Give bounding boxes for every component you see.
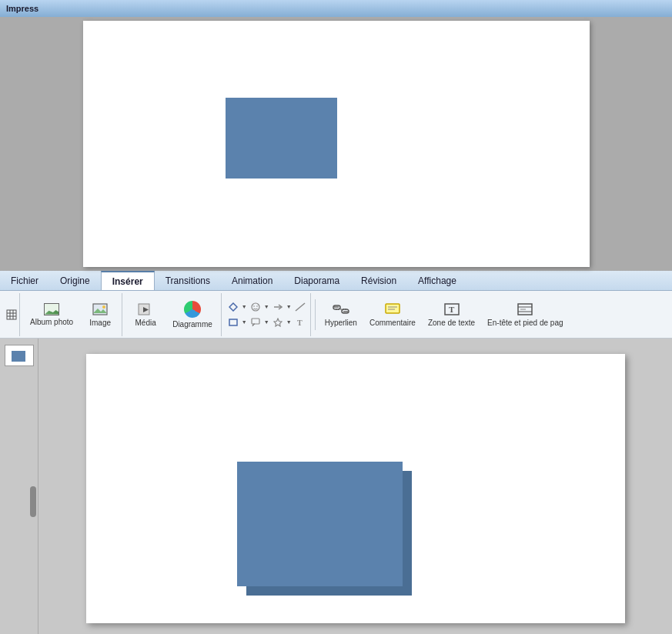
menu-bar: Fichier Origine Insérer Transitions Anim… xyxy=(0,271,672,291)
scroll-indicator[interactable] xyxy=(30,486,36,517)
commentaire-label: Commentaire xyxy=(369,319,416,327)
album-photo-icon xyxy=(44,303,59,315)
album-photo-label: Album photo xyxy=(30,318,73,326)
svg-line-16 xyxy=(296,303,305,311)
en-tete-label: En-tête et pied de pag xyxy=(487,319,563,327)
zone-texte-label: Zone de texte xyxy=(428,319,475,327)
slide-thumbnail-1[interactable] xyxy=(5,345,34,366)
diagramme-icon xyxy=(184,301,201,318)
svg-rect-0 xyxy=(7,310,16,319)
blue-rectangle-main[interactable] xyxy=(237,462,403,586)
hyperlien-label: Hyperlien xyxy=(325,319,357,327)
shape-smiley-dropdown[interactable]: ▼ xyxy=(264,304,269,309)
media-label: Média xyxy=(135,319,156,327)
album-photo-button[interactable]: Album photo xyxy=(25,300,79,329)
shape-rect-dropdown[interactable]: ▼ xyxy=(242,319,247,325)
menu-transitions[interactable]: Transitions xyxy=(155,271,221,290)
image-label: Image xyxy=(89,319,111,327)
commentaire-icon xyxy=(384,302,401,316)
shape-star-dropdown[interactable]: ▼ xyxy=(286,319,292,325)
top-slide-canvas[interactable] xyxy=(83,21,590,267)
menu-diaporama[interactable]: Diaporama xyxy=(283,271,350,290)
blue-rectangle-top[interactable] xyxy=(226,98,337,179)
diamond-shape-button[interactable] xyxy=(226,300,240,314)
toolbar-left-panel xyxy=(3,293,20,336)
toolbar-shapes-section: ▼ ▼ ▼ ▼ xyxy=(223,293,311,336)
shape-callout-dropdown[interactable]: ▼ xyxy=(264,319,269,325)
slides-panel xyxy=(0,339,38,634)
commentaire-button[interactable]: Commentaire xyxy=(364,299,421,330)
media-button[interactable]: Média xyxy=(127,299,164,330)
svg-text:T: T xyxy=(297,319,303,327)
svg-marker-10 xyxy=(229,303,237,311)
app-title: Impress xyxy=(6,4,38,13)
menu-inserer[interactable]: Insérer xyxy=(101,271,155,290)
svg-marker-20 xyxy=(274,319,282,326)
menu-animation[interactable]: Animation xyxy=(221,271,283,290)
menu-revision[interactable]: Révision xyxy=(350,271,407,290)
svg-point-12 xyxy=(253,305,255,307)
slide-thumb-blue-rect xyxy=(12,351,25,362)
menu-affichage[interactable]: Affichage xyxy=(407,271,467,290)
image-button[interactable]: Image xyxy=(82,299,119,330)
en-tete-icon xyxy=(517,302,533,316)
toolbar: Album photo Image Média Diagramme xyxy=(0,291,672,339)
zone-texte-button[interactable]: T Zone de texte xyxy=(423,299,480,330)
arrow-shape-button[interactable] xyxy=(271,300,285,314)
title-bar: Impress xyxy=(0,0,672,17)
diagramme-button[interactable]: Diagramme xyxy=(167,298,218,332)
svg-rect-17 xyxy=(229,319,237,325)
media-icon xyxy=(138,302,153,316)
rect-shape-button[interactable] xyxy=(226,315,240,329)
shape-arrow-dropdown[interactable]: ▼ xyxy=(286,304,292,309)
canvas-area[interactable] xyxy=(38,339,672,634)
top-slide-area xyxy=(0,17,672,271)
star-shape-button[interactable] xyxy=(271,315,285,329)
text-shape-button[interactable]: T xyxy=(293,315,307,329)
table-icon xyxy=(6,309,17,320)
hyperlien-button[interactable]: Hyperlien xyxy=(319,299,363,330)
svg-rect-27 xyxy=(386,304,400,313)
svg-text:T: T xyxy=(449,305,455,314)
toolbar-sep-1 xyxy=(315,299,316,330)
callout-shape-button[interactable] xyxy=(249,315,262,329)
menu-fichier[interactable]: Fichier xyxy=(0,271,49,290)
svg-rect-18 xyxy=(252,319,259,324)
main-area xyxy=(0,339,672,634)
diagramme-label: Diagramme xyxy=(172,320,212,329)
svg-marker-19 xyxy=(252,324,255,326)
smiley-shape-button[interactable] xyxy=(249,300,262,314)
main-slide-canvas[interactable] xyxy=(86,354,625,623)
svg-point-13 xyxy=(256,305,258,307)
hyperlien-icon xyxy=(333,302,349,316)
toolbar-image-section: Album photo Image xyxy=(22,293,122,336)
en-tete-button[interactable]: En-tête et pied de pag xyxy=(482,299,568,330)
svg-point-7 xyxy=(102,305,105,309)
line-shape-button[interactable] xyxy=(293,300,307,314)
image-icon xyxy=(92,302,108,316)
shape-diamond-dropdown[interactable]: ▼ xyxy=(242,304,247,309)
zone-texte-icon: T xyxy=(443,302,460,316)
menu-origine[interactable]: Origine xyxy=(49,271,101,290)
toolbar-media-section: Média Diagramme xyxy=(124,293,222,336)
